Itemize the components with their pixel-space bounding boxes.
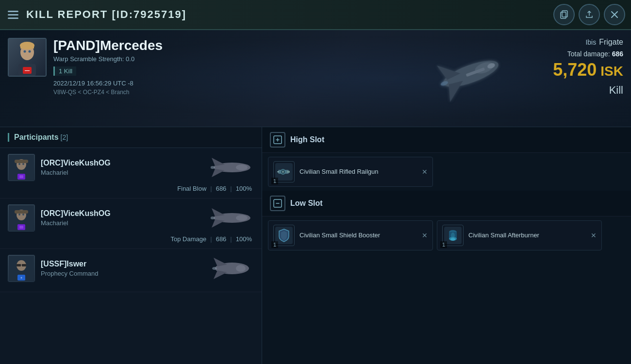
header-bar: KILL REPORT [ID:7925719] [0, 0, 631, 30]
ship-class: Frigate [599, 38, 623, 47]
final-blow-label: Final Blow [177, 185, 206, 192]
kill-label: 1 Kill [53, 66, 76, 76]
participant-info: [ORC]ViceKushOG Machariel [41, 209, 204, 227]
participant-ship: Machariel [41, 169, 204, 176]
module-name: Civilian Small Rifled Railgun [299, 167, 417, 176]
participant-badge [17, 224, 25, 230]
module-remove-btn[interactable]: ✕ [591, 232, 597, 239]
top-damage-label: Top Damage [171, 235, 207, 243]
hero-section: — [PAND]Mercedes Warp Scramble Strength:… [0, 30, 631, 127]
participant-top: [ORC]ViceKushOG Machariel [8, 204, 254, 232]
svg-rect-5 [20, 45, 34, 49]
svg-rect-0 [561, 12, 566, 18]
damage-label: Total damage: 686 [553, 50, 623, 58]
warp-scramble: Warp Scramble Strength: 0.0 [53, 55, 163, 63]
low-slot-title: Low Slot [290, 199, 323, 208]
ship-name: Ibis [585, 38, 596, 46]
svg-point-69 [451, 232, 455, 238]
participant-info: [ORC]ViceKushOG Machariel [41, 159, 204, 176]
svg-rect-45 [17, 264, 21, 266]
participant-avatar: + [8, 255, 35, 282]
high-slot-modules: 1 Civilian Small Rifled Railgun [262, 153, 631, 191]
participant-badge: + [17, 275, 25, 281]
participant-info: [USSF]Iswer Prophecy Command [41, 260, 204, 277]
participant-row: [ORC]ViceKushOG Machariel [0, 199, 262, 249]
hero-stats: Ibis Frigate Total damage: 686 5,720 ISK… [553, 38, 623, 97]
participant-damage: 686 [216, 235, 227, 243]
low-slot-header: Low Slot [262, 191, 631, 216]
module-remove-btn[interactable]: ✕ [422, 232, 428, 239]
pilot-info: [PAND]Mercedes Warp Scramble Strength: 0… [53, 38, 163, 96]
participant-top: [ORC]ViceKushOG Machariel [8, 154, 254, 181]
svg-point-33 [18, 214, 20, 215]
participant-damage: 686 [216, 185, 227, 192]
module-item: 1 Civilian Small Shield Booster ✕ [268, 220, 433, 250]
menu-icon[interactable] [6, 9, 20, 21]
module-qty: 1 [440, 241, 447, 248]
header-actions [553, 4, 625, 25]
participant-percent: 100% [236, 235, 252, 243]
participant-row: + [USSF]Iswer Prophecy Command [0, 249, 262, 292]
kill-location: V8W-QS < OC-PZ4 < Branch [53, 89, 163, 96]
svg-rect-58 [287, 171, 290, 173]
participant-row: [ORC]ViceKushOG Machariel [0, 148, 262, 199]
copy-button[interactable] [553, 4, 575, 25]
svg-marker-25 [212, 158, 225, 166]
participant-percent: 100% [236, 185, 252, 192]
svg-rect-46 [22, 264, 26, 266]
ship-image [210, 257, 254, 280]
svg-point-53 [236, 265, 246, 272]
svg-point-8 [29, 50, 31, 53]
high-slot-icon [270, 132, 285, 148]
header-accent [8, 133, 9, 142]
participant-name: [USSF]Iswer [41, 260, 204, 268]
svg-point-21 [22, 163, 24, 165]
module-qty: 1 [271, 178, 278, 184]
left-panel: Participants [2] [0, 127, 262, 364]
participant-name: [ORC]ViceKushOG [41, 159, 204, 167]
svg-point-27 [236, 165, 248, 170]
participant-avatar [8, 204, 35, 232]
module-item: 1 Civilian Small After [437, 220, 602, 250]
pilot-name: [PAND]Mercedes [53, 38, 163, 53]
isk-unit: ISK [600, 64, 623, 79]
participant-ship: Prophecy Command [41, 270, 204, 277]
module-name: Civilian Small Shield Booster [299, 231, 417, 240]
svg-marker-26 [212, 169, 225, 177]
module-qty: 1 [271, 241, 278, 248]
participant-stats: Final Blow | 686 | 100% [8, 185, 254, 192]
participant-badge [17, 174, 25, 180]
svg-rect-36 [19, 226, 23, 229]
svg-point-61 [282, 171, 284, 173]
svg-rect-23 [19, 175, 23, 178]
low-slot-section: Low Slot 1 Civilian Small Shield Booster [262, 191, 631, 254]
pilot-avatar: — [8, 38, 47, 77]
export-button[interactable] [579, 4, 600, 25]
module-remove-btn[interactable]: ✕ [422, 168, 428, 176]
svg-point-34 [22, 214, 24, 215]
participants-title: Participants [14, 133, 59, 142]
svg-text:+: + [20, 276, 22, 280]
participant-avatar [8, 154, 35, 181]
svg-point-7 [24, 50, 26, 53]
participant-name: [ORC]ViceKushOG [41, 209, 204, 218]
low-slot-icon [270, 196, 285, 211]
kill-time: 2022/12/19 16:56:29 UTC -8 [53, 80, 163, 87]
close-button[interactable] [604, 4, 625, 25]
svg-point-40 [236, 215, 248, 221]
kill-type: Kill [553, 84, 623, 97]
svg-marker-38 [212, 208, 225, 216]
svg-rect-19 [15, 160, 28, 163]
low-slot-modules: 1 Civilian Small Shield Booster ✕ [262, 216, 631, 254]
ship-image [210, 206, 254, 230]
participant-stats: Top Damage | 686 | 100% [8, 235, 254, 243]
svg-rect-59 [277, 171, 279, 172]
participant-top: + [USSF]Iswer Prophecy Command [8, 255, 254, 282]
module-name: Civilian Small Afterburner [468, 231, 586, 240]
svg-rect-32 [15, 210, 28, 214]
svg-marker-39 [212, 219, 225, 228]
high-slot-title: High Slot [290, 135, 324, 144]
main-content: Participants [2] [0, 127, 631, 364]
svg-point-20 [18, 163, 20, 165]
isk-value: 5,720 [553, 60, 597, 80]
